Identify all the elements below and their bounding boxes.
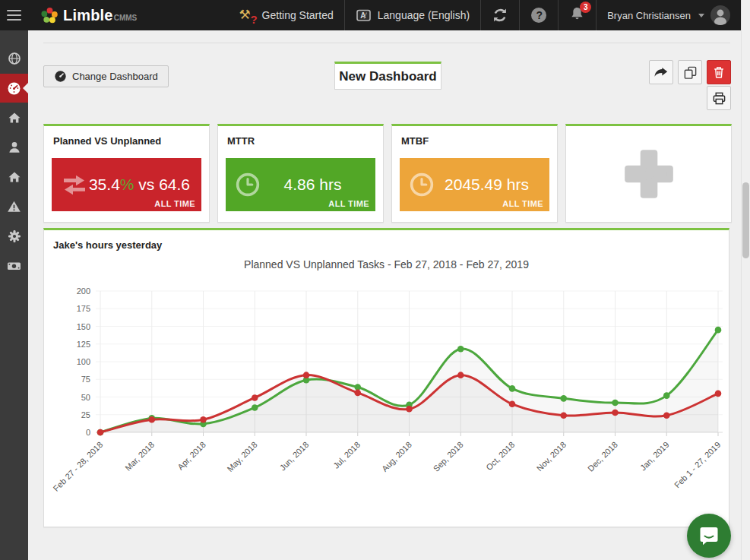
sidebar-item-globe[interactable] (0, 44, 28, 73)
home-icon (8, 111, 21, 125)
panel-title: Jake's hours yesterday (53, 239, 729, 251)
sidebar (0, 30, 28, 560)
svg-text:150: 150 (77, 322, 90, 331)
user-icon (8, 141, 21, 154)
svg-text:0: 0 (86, 428, 90, 437)
svg-text:Sep, 2018: Sep, 2018 (432, 440, 465, 473)
kpi-value: 2045.49 hrs (435, 176, 549, 194)
svg-text:100: 100 (77, 357, 90, 366)
kpi-period: ALL TIME (328, 199, 369, 208)
print-icon (712, 91, 726, 106)
kpi-card-mtbf: MTBF 2045.49 hrs ALL TIME (391, 124, 558, 223)
svg-text:200: 200 (77, 286, 90, 296)
kpi-panel: 2045.49 hrs ALL TIME (400, 158, 549, 211)
change-dashboard-label: Change Dashboard (72, 71, 158, 82)
svg-text:Oct, 2018: Oct, 2018 (484, 440, 516, 472)
sidebar-item-billing[interactable] (0, 252, 28, 280)
asset-home-icon (8, 170, 21, 184)
svg-text:Feb 27 - 28, 2018: Feb 27 - 28, 2018 (52, 440, 105, 493)
sidebar-item-assets[interactable] (0, 163, 28, 191)
menu-icon[interactable] (0, 0, 27, 30)
chart-title: Planned VS Unplanned Tasks - Feb 27, 201… (44, 258, 729, 271)
svg-text:Nov, 2018: Nov, 2018 (535, 440, 568, 473)
language-icon: A (356, 8, 372, 24)
globe-icon (8, 52, 21, 65)
svg-text:25: 25 (81, 410, 90, 419)
copy-button[interactable] (678, 60, 702, 84)
language-button[interactable]: A Language (English) (344, 0, 480, 30)
delete-button[interactable] (707, 60, 731, 84)
sidebar-item-user[interactable] (0, 133, 28, 162)
line-chart: 0255075100125150175200Feb 27 - 28, 2018M… (46, 285, 728, 517)
chart-panel: Jake's hours yesterday Planned VS Unplan… (43, 228, 729, 527)
content-divider (43, 43, 730, 43)
scrollbar-track[interactable] (741, 0, 750, 560)
language-label: Language (English) (378, 9, 470, 21)
svg-text:175: 175 (77, 304, 90, 313)
getting-started-button[interactable]: ⚒? Getting Started (229, 0, 344, 30)
app-name: Limble (63, 7, 113, 24)
scrollbar-thumb[interactable] (742, 182, 749, 258)
print-button[interactable] (707, 86, 731, 110)
help-button[interactable]: ? (519, 0, 558, 30)
sidebar-item-dashboard[interactable] (0, 74, 28, 103)
getting-started-label: Getting Started (262, 9, 334, 21)
dashboard-title: New Dashboard (339, 69, 436, 84)
svg-text:75: 75 (81, 375, 90, 384)
sidebar-item-settings[interactable] (0, 222, 28, 251)
kpi-card-title: Planned VS Unplanned (53, 135, 200, 147)
kpi-period: ALL TIME (154, 199, 195, 208)
svg-text:Mar, 2018: Mar, 2018 (123, 440, 156, 473)
copy-icon (683, 65, 698, 80)
dashboard-actions (649, 60, 731, 84)
app-suffix: CMMS (114, 14, 138, 22)
dashboard-gauge-icon (7, 81, 21, 96)
svg-text:Jul, 2018: Jul, 2018 (331, 440, 362, 470)
chat-button[interactable] (687, 514, 731, 558)
warning-triangle-icon (7, 200, 21, 214)
share-button[interactable] (649, 60, 673, 84)
svg-text:May, 2018: May, 2018 (225, 440, 258, 473)
dashboard-title-tab[interactable]: New Dashboard (334, 62, 441, 90)
share-icon (653, 65, 669, 80)
help-icon: ? (530, 7, 547, 24)
kpi-value: 4.86 hrs (261, 176, 375, 194)
gear-icon (8, 229, 21, 243)
add-widget-card[interactable] (565, 124, 732, 223)
chat-bubble-icon (698, 524, 720, 547)
svg-text:50: 50 (81, 393, 90, 402)
svg-text:Jan, 2019: Jan, 2019 (638, 440, 671, 473)
user-menu[interactable]: Bryan Christiansen (596, 0, 741, 30)
svg-text:Apr, 2018: Apr, 2018 (176, 440, 207, 472)
notifications-button[interactable]: 3 (558, 0, 596, 30)
refresh-button[interactable] (480, 0, 519, 30)
chevron-down-icon (698, 14, 704, 17)
kpi-period: ALL TIME (502, 199, 543, 208)
svg-text:Dec, 2018: Dec, 2018 (586, 440, 619, 473)
app-logo[interactable]: Limble CMMS (41, 7, 137, 24)
kpi-panel: 4.86 hrs ALL TIME (226, 158, 375, 211)
exchange-arrows-icon (61, 173, 88, 196)
refresh-icon (492, 7, 508, 24)
plus-icon (620, 145, 678, 203)
topbar: Limble CMMS ⚒? Getting Started A Languag… (0, 0, 741, 30)
kpi-card-title: MTBF (401, 135, 548, 147)
svg-text:?: ? (536, 9, 543, 21)
user-name: Bryan Christiansen (607, 10, 691, 21)
svg-text:125: 125 (77, 340, 90, 349)
kpi-card-planned-vs-unplanned: Planned VS Unplanned 35.4% vs 64.6 ALL T… (43, 124, 210, 223)
getting-started-icon: ⚒? (239, 6, 256, 24)
dashboard-gauge-icon (54, 70, 67, 83)
kpi-cards-row: Planned VS Unplanned 35.4% vs 64.6 ALL T… (43, 124, 732, 223)
limble-logo-icon (41, 7, 59, 24)
change-dashboard-button[interactable]: Change Dashboard (43, 65, 169, 87)
sidebar-item-home[interactable] (0, 103, 28, 132)
sidebar-item-problems[interactable] (0, 192, 28, 221)
trash-icon (712, 65, 726, 79)
main-content: Change Dashboard New Dashboard (28, 30, 741, 560)
kpi-card-mttr: MTTR 4.86 hrs ALL TIME (217, 124, 384, 223)
money-icon (7, 259, 21, 273)
avatar[interactable] (710, 5, 730, 25)
kpi-panel: 35.4% vs 64.6 ALL TIME (52, 158, 201, 211)
kpi-card-title: MTTR (227, 135, 374, 147)
